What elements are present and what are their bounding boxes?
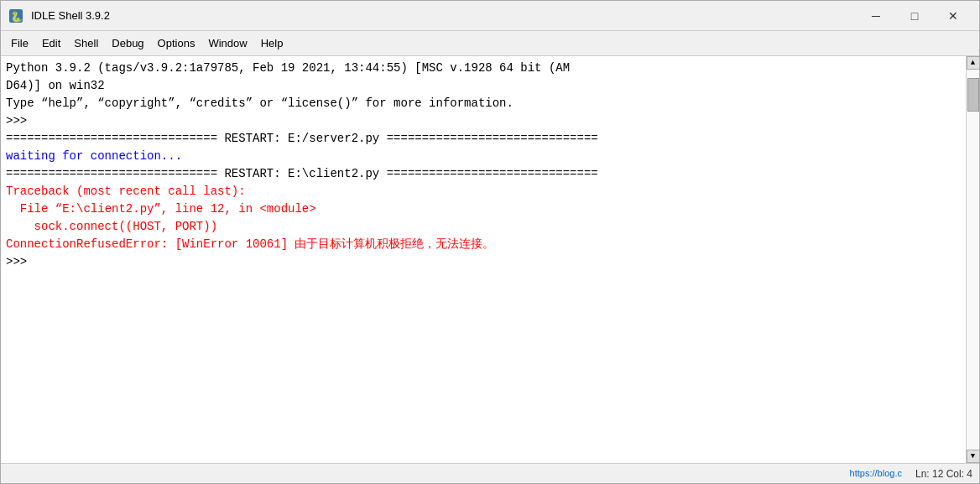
shell-area: Python 3.9.2 (tags/v3.9.2:1a79785, Feb 1…: [1, 56, 979, 463]
close-button[interactable]: ✕: [934, 1, 972, 31]
window-controls: ─ □ ✕: [857, 1, 972, 31]
scroll-thumb[interactable]: [967, 78, 979, 112]
menu-bar: FileEditShellDebugOptionsWindowHelp: [1, 31, 979, 56]
shell-line: ConnectionRefusedError: [WinError 10061]…: [6, 236, 961, 253]
menu-item-debug[interactable]: Debug: [105, 34, 150, 53]
minimize-button[interactable]: ─: [857, 1, 895, 31]
status-link[interactable]: https://blog.c: [850, 468, 902, 480]
title-bar: 🐍 IDLE Shell 3.9.2 ─ □ ✕: [1, 1, 979, 31]
shell-line: ============================== RESTART: …: [6, 130, 961, 148]
shell-line: File “E:\client2.py”, line 12, in <modul…: [6, 200, 961, 218]
main-window: 🐍 IDLE Shell 3.9.2 ─ □ ✕ FileEditShellDe…: [0, 0, 980, 484]
status-bar: https://blog.c Ln: 12 Col: 4: [1, 463, 979, 483]
menu-item-window[interactable]: Window: [201, 34, 253, 53]
menu-item-help[interactable]: Help: [254, 34, 290, 53]
menu-item-shell[interactable]: Shell: [67, 34, 105, 53]
shell-line: Traceback (most recent call last):: [6, 183, 961, 200]
shell-line: Type “help”, “copyright”, “credits” or “…: [6, 95, 961, 112]
cursor-position: Ln: 12 Col: 4: [915, 468, 972, 480]
status-right: https://blog.c Ln: 12 Col: 4: [850, 468, 972, 480]
scrollbar[interactable]: ▲ ▼: [966, 56, 979, 463]
svg-text:🐍: 🐍: [10, 10, 23, 23]
scroll-down-arrow[interactable]: ▼: [967, 450, 980, 463]
window-title: IDLE Shell 3.9.2: [31, 9, 857, 22]
shell-line: waiting for connection...: [6, 148, 961, 165]
shell-line: sock.connect((HOST, PORT)): [6, 218, 961, 236]
scroll-up-arrow[interactable]: ▲: [967, 56, 980, 70]
shell-output[interactable]: Python 3.9.2 (tags/v3.9.2:1a79785, Feb 1…: [1, 56, 966, 463]
menu-item-options[interactable]: Options: [151, 34, 202, 53]
menu-item-file[interactable]: File: [4, 34, 35, 53]
shell-line: ============================== RESTART: …: [6, 165, 961, 183]
shell-line: >>>: [6, 112, 961, 130]
scroll-track[interactable]: [967, 70, 979, 450]
shell-line: Python 3.9.2 (tags/v3.9.2:1a79785, Feb 1…: [6, 60, 961, 95]
maximize-button[interactable]: □: [895, 1, 934, 31]
menu-item-edit[interactable]: Edit: [35, 34, 67, 53]
shell-line: >>>: [6, 253, 961, 271]
app-icon: 🐍: [8, 8, 24, 24]
